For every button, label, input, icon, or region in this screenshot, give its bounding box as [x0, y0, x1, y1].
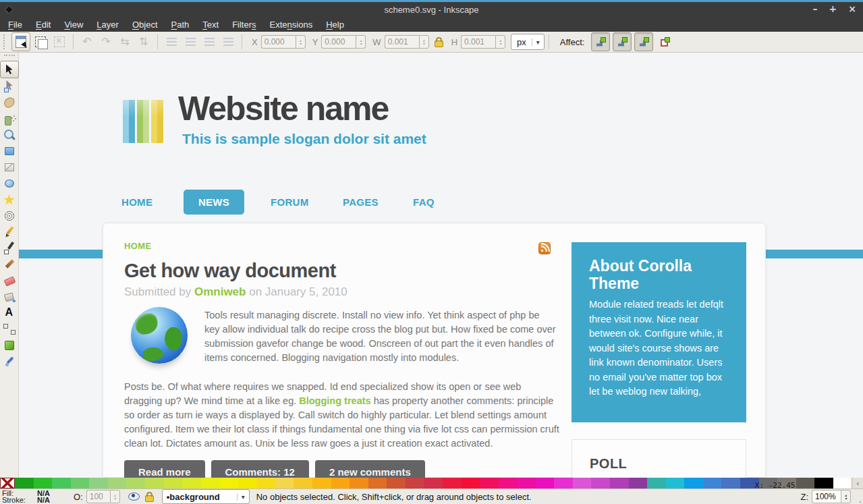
- palette-swatch-34[interactable]: [647, 478, 666, 488]
- palette-swatch-11[interactable]: [219, 478, 238, 488]
- menu-file[interactable]: File: [1, 18, 29, 31]
- affect-move-gradients-button[interactable]: [634, 32, 653, 51]
- toolbox-grip[interactable]: [4, 55, 15, 59]
- tool-pencil[interactable]: [1, 224, 18, 240]
- palette-swatch-36[interactable]: [684, 478, 703, 488]
- about-theme-box[interactable]: About Corolla Theme Module related tread…: [572, 242, 746, 422]
- menu-object[interactable]: Object: [126, 18, 165, 31]
- palette-swatch-44[interactable]: [833, 478, 852, 488]
- tool-star[interactable]: [1, 192, 18, 208]
- palette-swatch-16[interactable]: [312, 478, 331, 488]
- article-byline[interactable]: Submitted by Omniweb on January 5, 2010: [124, 285, 347, 299]
- menu-view[interactable]: View: [57, 18, 90, 31]
- palette-swatch-38[interactable]: [721, 478, 740, 488]
- palette-swatch-0[interactable]: [15, 478, 34, 488]
- tool-zoom[interactable]: [1, 127, 18, 143]
- blogging-treats-link[interactable]: Blogging treats: [299, 395, 370, 406]
- maximize-button[interactable]: +: [829, 2, 837, 16]
- palette-swatch-15[interactable]: [294, 478, 312, 488]
- globe-image[interactable]: [131, 307, 188, 364]
- minimize-button[interactable]: –: [813, 2, 818, 16]
- site-slogan-text[interactable]: This is sample slogan dolor sit amet: [182, 131, 426, 147]
- close-button[interactable]: ×: [848, 2, 856, 16]
- palette-swatch-20[interactable]: [387, 478, 406, 488]
- layer-lock-icon[interactable]: [145, 495, 154, 502]
- canvas[interactable]: Website name This is sample slogan dolor…: [19, 53, 863, 478]
- units-dropdown[interactable]: px ▾: [511, 34, 545, 50]
- palette-swatch-37[interactable]: [703, 478, 722, 488]
- tool-bezier-pen[interactable]: [1, 240, 18, 256]
- palette-swatch-18[interactable]: [350, 478, 368, 488]
- palette-swatch-42[interactable]: [796, 478, 815, 488]
- palette-swatch-26[interactable]: [499, 478, 518, 488]
- palette-swatch-10[interactable]: [201, 478, 220, 488]
- palette-swatch-4[interactable]: [89, 478, 108, 488]
- fill-stroke-indicator[interactable]: Fill:N/A Stroke:N/A: [0, 490, 69, 504]
- article-title[interactable]: Get how way document: [124, 260, 336, 282]
- palette-swatch-none[interactable]: [0, 478, 15, 488]
- palette-swatch-1[interactable]: [34, 478, 53, 488]
- tool-spray[interactable]: [1, 111, 18, 127]
- tool-selector[interactable]: [0, 61, 19, 78]
- menu-filters[interactable]: Filters: [225, 18, 262, 31]
- palette-scroll-left-button[interactable]: ‹: [852, 478, 863, 488]
- palette-swatch-13[interactable]: [256, 478, 275, 488]
- tool-calligraphy[interactable]: [1, 256, 18, 273]
- palette-swatch-6[interactable]: [126, 478, 145, 488]
- menu-help[interactable]: Help: [319, 18, 351, 31]
- menu-text[interactable]: Text: [196, 18, 225, 31]
- palette-swatch-35[interactable]: [666, 478, 685, 488]
- nav-item-forum[interactable]: FORUM: [271, 196, 309, 208]
- palette-swatch-33[interactable]: [629, 478, 648, 488]
- affect-scale-corners-button[interactable]: [613, 32, 632, 51]
- layer-dropdown[interactable]: •background ▾: [162, 489, 250, 504]
- new-comments-button[interactable]: 2 new comments: [315, 460, 425, 478]
- palette-swatch-21[interactable]: [406, 478, 424, 488]
- palette-swatch-25[interactable]: [480, 478, 499, 488]
- tool-rectangle[interactable]: [1, 143, 18, 159]
- palette-swatch-23[interactable]: [443, 478, 462, 488]
- palette-swatch-43[interactable]: [814, 478, 833, 488]
- read-more-button[interactable]: Read more: [124, 460, 205, 478]
- palette-swatch-32[interactable]: [610, 478, 629, 488]
- tool-tweak[interactable]: [1, 94, 18, 111]
- byline-author[interactable]: Omniweb: [194, 285, 246, 298]
- rss-icon[interactable]: [538, 242, 551, 254]
- tool-connector[interactable]: [1, 321, 18, 337]
- palette-swatch-24[interactable]: [462, 478, 480, 488]
- tool-gradient[interactable]: [1, 337, 18, 354]
- affect-scale-stroke-button[interactable]: [591, 32, 610, 51]
- tool-dropper[interactable]: [1, 354, 18, 370]
- comments-button[interactable]: Comments: 12: [211, 460, 309, 478]
- affect-move-patterns-button[interactable]: [656, 33, 673, 51]
- palette-swatch-12[interactable]: [238, 478, 257, 488]
- palette-swatch-3[interactable]: [71, 478, 90, 488]
- breadcrumb-home-label[interactable]: HOME: [124, 241, 152, 251]
- toolbar-grip[interactable]: [3, 34, 8, 49]
- tool-3d-box[interactable]: [1, 159, 18, 175]
- tool-text[interactable]: [1, 305, 18, 321]
- select-all-button[interactable]: [11, 32, 30, 51]
- nav-item-home[interactable]: HOME: [121, 196, 152, 208]
- palette-swatch-7[interactable]: [145, 478, 164, 488]
- palette-swatch-14[interactable]: [275, 478, 294, 488]
- tool-eraser[interactable]: [1, 273, 18, 289]
- site-title-text[interactable]: Website name: [178, 89, 388, 128]
- nav-item-pages[interactable]: PAGES: [343, 196, 379, 208]
- zoom-input[interactable]: 100% ▴▾: [812, 490, 851, 503]
- palette-swatch-17[interactable]: [331, 478, 350, 488]
- menu-edit[interactable]: Edit: [29, 18, 57, 31]
- menu-layer[interactable]: Layer: [90, 18, 126, 31]
- menu-path[interactable]: Path: [165, 18, 196, 31]
- nav-item-news[interactable]: NEWS: [184, 190, 244, 215]
- tool-paint-bucket[interactable]: [1, 289, 18, 305]
- palette-swatch-28[interactable]: [536, 478, 555, 488]
- content-card[interactable]: HOME Get how way document Submitted by O…: [103, 223, 766, 478]
- article-paragraph-2[interactable]: Posts be. Of what where requires we snap…: [124, 380, 561, 451]
- lock-ratio-icon[interactable]: [435, 40, 443, 47]
- site-logo[interactable]: [123, 100, 165, 143]
- poll-box[interactable]: POLL: [572, 439, 746, 478]
- tool-ellipse[interactable]: [1, 175, 18, 192]
- palette-swatch-31[interactable]: [591, 478, 610, 488]
- tool-spiral[interactable]: [1, 208, 18, 224]
